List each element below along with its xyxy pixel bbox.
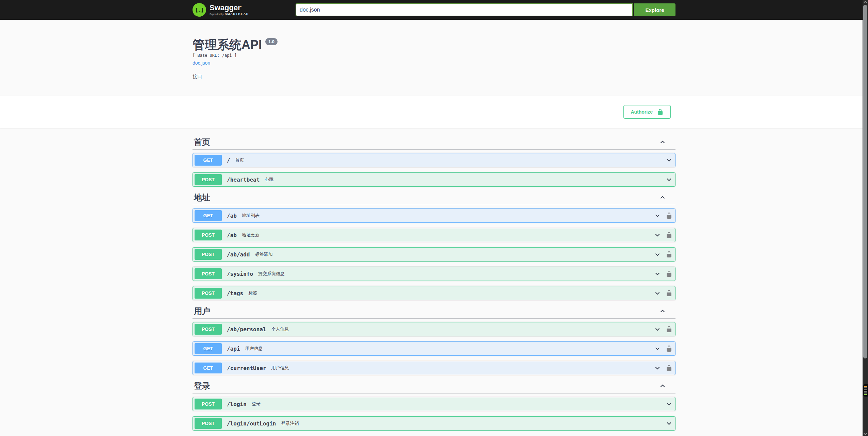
operation-row[interactable]: POST/ab/add标签添加	[193, 247, 675, 262]
operation-path: /	[227, 157, 230, 164]
scroll-down-arrow-icon[interactable]	[863, 432, 868, 436]
minimap-bar	[864, 394, 867, 395]
operation-path: /currentUser	[227, 365, 266, 371]
brand-mark: .	[241, 4, 242, 7]
operation-row[interactable]: POST/ab地址更新	[193, 228, 675, 242]
api-section: 首页GET/首页POST/heartbeat心跳	[193, 137, 675, 187]
lock-icon[interactable]	[666, 365, 672, 371]
swagger-logo[interactable]: {…} Swagger. Supported bySMARTBEAR	[193, 3, 249, 17]
operation-path: /ab/add	[227, 251, 250, 258]
scrollbar-thumb[interactable]	[863, 5, 867, 358]
operation-row[interactable]: POST/login登录	[193, 397, 675, 411]
chevron-down-icon[interactable]	[654, 270, 661, 277]
method-badge: GET	[195, 155, 222, 166]
authorize-button[interactable]: Authorize	[623, 105, 671, 119]
operation-row[interactable]: GET/currentUser用户信息	[193, 361, 675, 375]
section-title: 地址	[194, 193, 210, 202]
chevron-down-icon[interactable]	[654, 365, 661, 371]
section-header[interactable]: 用户	[193, 306, 675, 319]
method-badge: POST	[195, 288, 222, 299]
method-badge: POST	[195, 268, 222, 279]
chevron-down-icon[interactable]	[654, 232, 661, 238]
lock-icon[interactable]	[666, 345, 672, 352]
chevron-down-icon[interactable]	[654, 212, 661, 219]
chevron-down-icon[interactable]	[654, 251, 661, 258]
scroll-up-arrow-icon[interactable]	[863, 0, 868, 4]
spec-url-input[interactable]	[296, 3, 633, 16]
operation-path: /ab	[227, 232, 237, 238]
scrollbar[interactable]	[863, 0, 868, 436]
lock-icon[interactable]	[666, 326, 672, 333]
authorize-label: Authorize	[631, 109, 653, 115]
method-badge: POST	[195, 324, 222, 335]
minimap-bar	[864, 386, 867, 387]
info-section: 管理系统API1.0 [ Base URL: /api ] doc.json 接…	[0, 20, 868, 80]
operation-row[interactable]: POST/tags标签	[193, 286, 675, 300]
section-title: 用户	[194, 306, 210, 316]
chevron-down-icon[interactable]	[666, 176, 672, 183]
operation-row[interactable]: POST/sysinfo提交系统信息	[193, 267, 675, 281]
chevron-up-icon[interactable]	[659, 139, 666, 146]
chevron-down-icon[interactable]	[666, 157, 672, 164]
version-badge: 1.0	[265, 38, 278, 45]
section-header[interactable]: 登录	[193, 381, 675, 393]
method-badge: POST	[195, 399, 222, 409]
tagline-brand: SMARTBEAR	[225, 12, 249, 16]
operation-summary: 首页	[235, 157, 244, 163]
operation-row[interactable]: POST/ab/personal个人信息	[193, 322, 675, 336]
section-title: 登录	[194, 381, 210, 391]
operation-row[interactable]: POST/heartbeat心跳	[193, 172, 675, 187]
chevron-up-icon[interactable]	[659, 194, 666, 201]
lock-icon[interactable]	[666, 251, 672, 258]
operation-row[interactable]: POST/login/outLogin登录注销	[193, 416, 675, 431]
unlock-icon	[657, 108, 664, 115]
chevron-down-icon[interactable]	[666, 420, 672, 427]
method-badge: POST	[195, 249, 222, 260]
scroll-minimap-widget[interactable]	[863, 384, 868, 397]
swagger-logo-text: Swagger. Supported bySMARTBEAR	[210, 4, 249, 16]
operation-path: /heartbeat	[227, 177, 260, 183]
spec-link[interactable]: doc.json	[193, 60, 210, 66]
section-header[interactable]: 地址	[193, 193, 675, 205]
operation-path: /login/outLogin	[227, 420, 276, 427]
minimap-bar	[864, 387, 867, 388]
lock-icon[interactable]	[666, 270, 672, 277]
swagger-ui-page: {…} Swagger. Supported bySMARTBEAR Explo…	[0, 0, 868, 431]
method-badge: GET	[195, 343, 222, 354]
sections-container: 首页GET/首页POST/heartbeat心跳地址GET/ab地址列表POST…	[186, 128, 682, 431]
spec-url-form: Explore	[296, 3, 675, 16]
explore-button[interactable]: Explore	[634, 3, 675, 16]
chevron-down-icon[interactable]	[666, 401, 672, 407]
chevron-up-icon[interactable]	[659, 383, 666, 389]
lock-icon[interactable]	[666, 232, 672, 238]
operation-path: /ab	[227, 213, 237, 219]
section-title: 首页	[194, 137, 210, 147]
chevron-up-icon[interactable]	[659, 308, 666, 315]
operation-path: /tags	[227, 290, 243, 297]
brand-name: Swagger	[210, 3, 241, 12]
operation-summary: 用户信息	[271, 365, 289, 371]
lock-icon[interactable]	[666, 290, 672, 297]
scheme-container: Authorize	[0, 96, 868, 128]
method-badge: POST	[195, 230, 222, 240]
section-header[interactable]: 首页	[193, 137, 675, 150]
operation-summary: 个人信息	[271, 326, 289, 332]
minimap-bar	[864, 389, 867, 390]
chevron-down-icon[interactable]	[654, 326, 661, 333]
method-badge: GET	[195, 210, 222, 221]
operation-row[interactable]: GET/首页	[193, 153, 675, 167]
api-section: 地址GET/ab地址列表POST/ab地址更新POST/ab/add标签添加PO…	[193, 193, 675, 300]
operation-path: /api	[227, 346, 240, 352]
chevron-down-icon[interactable]	[654, 345, 661, 352]
chevron-down-icon[interactable]	[654, 290, 661, 297]
operation-summary: 地址更新	[242, 232, 260, 238]
operation-row[interactable]: GET/ab地址列表	[193, 208, 675, 223]
lock-icon[interactable]	[666, 212, 672, 219]
page-title: 管理系统API1.0	[193, 37, 675, 52]
operation-summary: 地址列表	[242, 213, 260, 219]
api-title-text: 管理系统API	[193, 38, 262, 52]
minimap-bar	[864, 391, 867, 392]
operation-row[interactable]: GET/api用户信息	[193, 341, 675, 356]
tagline-prefix: Supported by	[210, 13, 224, 15]
api-description: 接口	[193, 74, 675, 80]
